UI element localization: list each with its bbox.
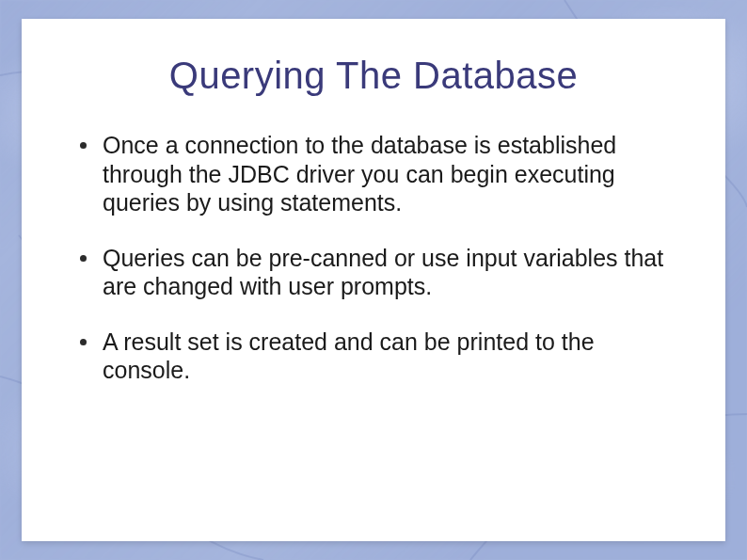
- bullet-item: Once a connection to the database is est…: [86, 131, 688, 217]
- bullet-list: Once a connection to the database is est…: [59, 131, 688, 385]
- slide-title: Querying The Database: [59, 55, 688, 97]
- slide-content: Querying The Database Once a connection …: [22, 19, 725, 541]
- bullet-item: Queries can be pre-canned or use input v…: [86, 244, 688, 301]
- bullet-item: A result set is created and can be print…: [86, 328, 688, 385]
